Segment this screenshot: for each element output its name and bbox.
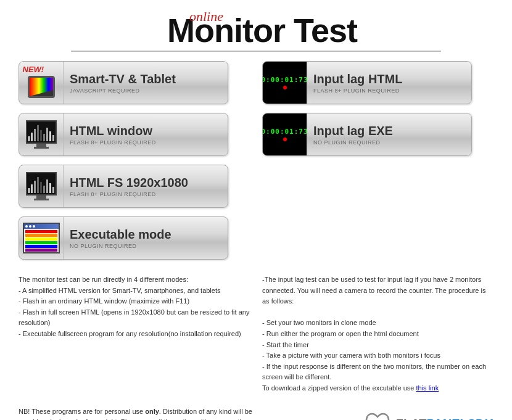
input-lag-exe-text: Input lag EXE NO PLUGIN REQUIRED xyxy=(307,123,471,146)
smart-tv-row: NEW! Smart-TV & Tablet JAVASCRIPT REQUIR… xyxy=(19,61,250,104)
desc-left-line3: - Flash in an ordinary HTML window (maxi… xyxy=(19,296,250,307)
desc-left-line4: - Flash in full screen HTML (opens in 19… xyxy=(19,307,250,329)
desc-right-step5: - If the input response is different on … xyxy=(262,361,493,383)
new-badge: NEW! xyxy=(23,65,44,74)
input-lag-html-timer: 00:00:01:735 xyxy=(263,76,307,84)
desc-right-step4: - Take a picture with your camera with b… xyxy=(262,350,493,361)
executable-title: Executable mode xyxy=(70,227,221,242)
record-indicator-2 xyxy=(283,138,287,141)
description-area: The monitor test can be run directly in … xyxy=(0,268,512,400)
flatpanels-logo: FLATPANELSDK xyxy=(364,413,493,420)
desc-right-step1: - Set your two monitors in clone mode xyxy=(262,318,493,329)
footer: NB! These programs are for personal use … xyxy=(0,400,512,420)
input-lag-exe-title: Input lag EXE xyxy=(313,123,465,138)
executable-button[interactable]: Executable mode NO PLUGIN REQUIRED xyxy=(19,216,228,260)
fp-dk-text: DK xyxy=(476,417,493,420)
html-window-subtitle: FLASH 8+ PLUGIN REQUIRED xyxy=(70,139,221,146)
desc-left: The monitor test can be run directly in … xyxy=(19,274,250,394)
desc-right-download: To download a zipped version of the excu… xyxy=(262,383,493,394)
record-indicator xyxy=(283,86,287,89)
input-lag-html-icon: 00:00:01:735 xyxy=(263,61,307,104)
html-window-button[interactable]: HTML window FLASH 8+ PLUGIN REQUIRED xyxy=(19,113,228,156)
input-lag-exe-button[interactable]: 00:00:01:735 Input lag EXE NO PLUGIN REQ… xyxy=(262,113,472,156)
fp-flat-text: FLAT xyxy=(396,417,427,420)
html-window-row: HTML window FLASH 8+ PLUGIN REQUIRED xyxy=(19,113,250,156)
input-lag-html-row: 00:00:01:735 Input lag HTML FLASH 8+ PLU… xyxy=(262,61,493,104)
desc-right: -The input lag test can be used to test … xyxy=(262,274,493,394)
executable-icon xyxy=(19,216,64,260)
footer-logo: FLATPANELSDK xyxy=(364,406,493,420)
header-divider xyxy=(71,51,441,52)
desc-left-line5: - Executable fullscreen program for any … xyxy=(19,329,250,340)
desc-left-line2: - A simplified HTML version for Smart-TV… xyxy=(19,286,250,297)
executable-text: Executable mode NO PLUGIN REQUIRED xyxy=(64,227,228,249)
fp-panels-text: PANELS xyxy=(426,417,476,420)
html-fs-title: HTML FS 1920x1080 xyxy=(70,175,221,190)
html-fs-button[interactable]: HTML FS 1920x1080 FLASH 8+ PLUGIN REQUIR… xyxy=(19,165,228,208)
html-fs-row: HTML FS 1920x1080 FLASH 8+ PLUGIN REQUIR… xyxy=(19,165,250,208)
smart-tv-title: Smart-TV & Tablet xyxy=(70,72,221,86)
input-lag-html-subtitle: FLASH 8+ PLUGIN REQUIRED xyxy=(313,88,465,94)
footer-notice: NB! These programs are for personal use … xyxy=(19,406,265,420)
executable-row: Executable mode NO PLUGIN REQUIRED xyxy=(19,216,250,260)
left-buttons-col: NEW! Smart-TV & Tablet JAVASCRIPT REQUIR… xyxy=(19,61,250,268)
desc-right-intro: -The input lag test can be used to test … xyxy=(262,274,493,307)
html-window-icon xyxy=(19,113,64,156)
input-lag-html-text: Input lag HTML FLASH 8+ PLUGIN REQUIRED xyxy=(307,72,471,94)
input-lag-exe-subtitle: NO PLUGIN REQUIRED xyxy=(313,139,465,146)
html-fs-text: HTML FS 1920x1080 FLASH 8+ PLUGIN REQUIR… xyxy=(64,175,228,197)
smart-tv-subtitle: JAVASCRIPT REQUIRED xyxy=(70,88,221,94)
html-window-title: HTML window xyxy=(70,123,221,138)
input-lag-html-title: Input lag HTML xyxy=(313,72,465,86)
download-link[interactable]: this link xyxy=(416,384,439,392)
desc-right-step2: - Run either the program or open the htm… xyxy=(262,329,493,340)
smart-tv-button[interactable]: NEW! Smart-TV & Tablet JAVASCRIPT REQUIR… xyxy=(19,61,228,104)
right-buttons-col: 00:00:01:735 Input lag HTML FLASH 8+ PLU… xyxy=(262,61,493,268)
online-label: online xyxy=(189,9,223,25)
smart-tv-text: Smart-TV & Tablet JAVASCRIPT REQUIRED xyxy=(64,72,228,94)
input-lag-exe-row: 00:00:01:735 Input lag EXE NO PLUGIN REQ… xyxy=(262,113,493,156)
desc-left-line1: The monitor test can be run directly in … xyxy=(19,274,250,286)
html-fs-subtitle: FLASH 8+ PLUGIN REQUIRED xyxy=(70,191,221,197)
flatpanels-icon xyxy=(364,413,391,420)
flatpanels-brand: FLATPANELSDK xyxy=(396,417,493,420)
smart-tv-icon: NEW! xyxy=(19,61,64,104)
page-header: online Monitor Test xyxy=(0,0,512,61)
desc-right-step3: - Start the timer xyxy=(262,340,493,351)
input-lag-exe-timer: 00:00:01:735 xyxy=(263,128,307,136)
executable-subtitle: NO PLUGIN REQUIRED xyxy=(70,243,221,249)
buttons-area: NEW! Smart-TV & Tablet JAVASCRIPT REQUIR… xyxy=(0,61,512,268)
input-lag-html-button[interactable]: 00:00:01:735 Input lag HTML FLASH 8+ PLU… xyxy=(262,61,472,104)
html-fs-icon xyxy=(19,165,64,208)
input-lag-exe-icon: 00:00:01:735 xyxy=(263,113,307,156)
html-window-text: HTML window FLASH 8+ PLUGIN REQUIRED xyxy=(64,123,228,146)
footer-text: NB! These programs are for personal use … xyxy=(19,406,265,420)
